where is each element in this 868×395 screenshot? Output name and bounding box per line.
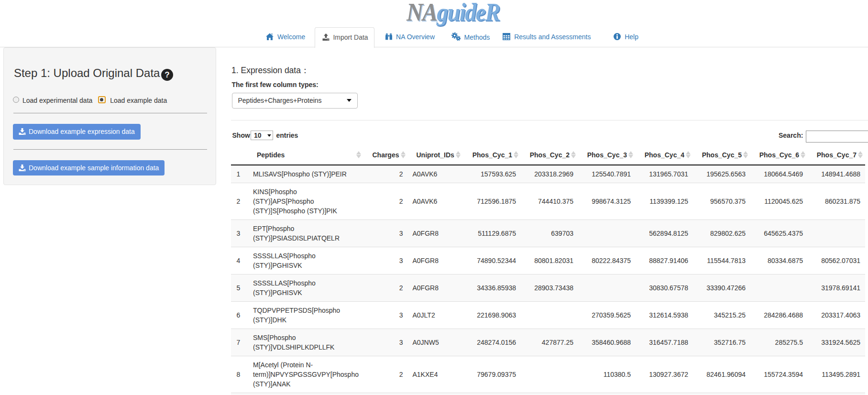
svg-text:?: ? (165, 70, 170, 79)
